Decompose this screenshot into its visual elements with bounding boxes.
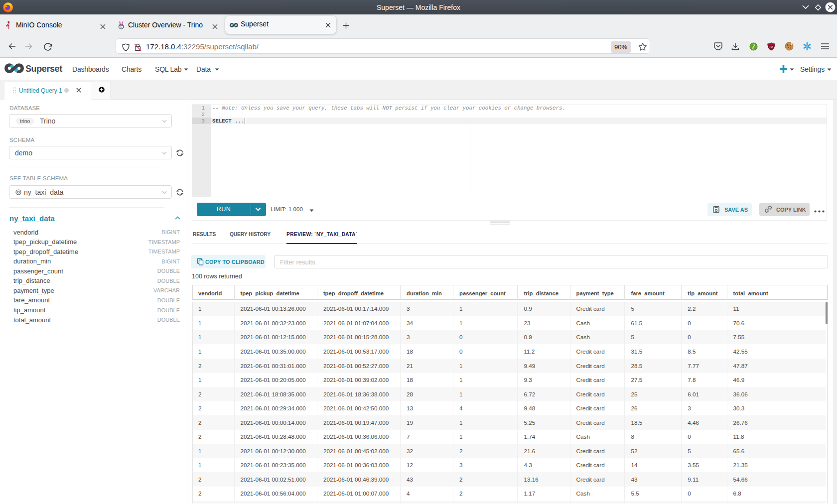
svg-text:uo: uo: [769, 45, 773, 49]
